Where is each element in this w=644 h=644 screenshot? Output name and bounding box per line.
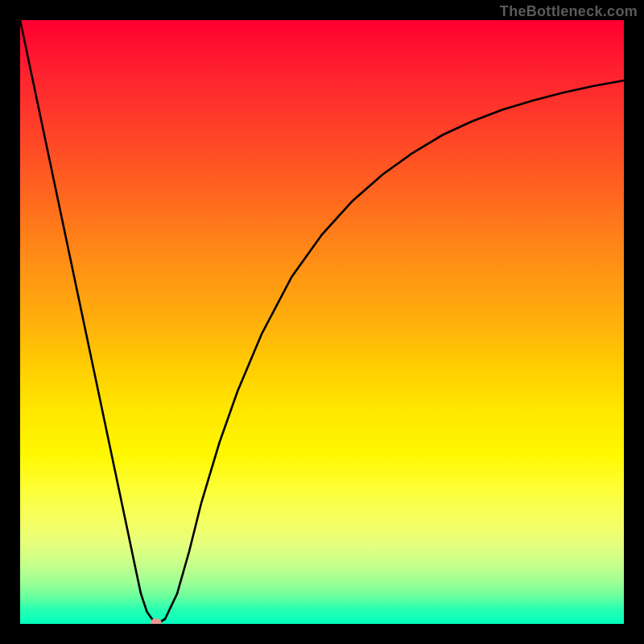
chart-stage: TheBottleneck.com	[0, 0, 644, 644]
watermark-text: TheBottleneck.com	[500, 3, 638, 20]
plot-area	[20, 20, 624, 624]
bottleneck-curve	[20, 20, 624, 623]
curve-svg	[20, 20, 624, 624]
